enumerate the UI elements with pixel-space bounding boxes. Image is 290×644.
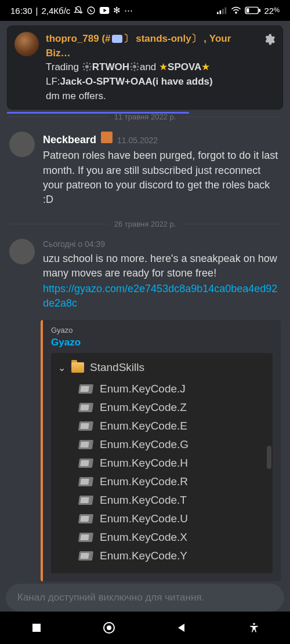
message-timestamp: 11.05.2022	[117, 135, 158, 147]
script-icon	[78, 533, 93, 542]
tree-item: Enum.KeyCode.T	[56, 491, 268, 510]
message[interactable]: Сьогодні о 04:39 uzu school is no more. …	[0, 237, 290, 315]
gear-icon[interactable]	[263, 33, 276, 50]
tree-item: Enum.KeyCode.X	[56, 528, 268, 547]
neckbeard-emoji-icon	[101, 132, 113, 143]
embed-title[interactable]: Gyazo	[51, 337, 273, 348]
banner-channel: (#〕 stands-only〕	[102, 33, 201, 44]
viber-icon	[86, 6, 96, 15]
nav-accessibility-button[interactable]	[246, 620, 262, 636]
script-icon	[78, 421, 93, 431]
status-right: 22%	[217, 6, 280, 16]
input-placeholder: Канал доступний виключно для читання.	[17, 592, 204, 603]
embed-card[interactable]: Gyazo Gyazo ⌄ StandSkills Enum.KeyCode.J…	[41, 320, 281, 581]
banner-avatar	[14, 32, 39, 56]
script-icon	[78, 459, 93, 468]
script-icon	[78, 551, 93, 561]
tree-folder-row: ⌄ StandSkills	[56, 359, 268, 380]
message-author[interactable]: Neckbeard	[43, 133, 96, 147]
banner-line-4: dm me offers.	[46, 89, 257, 104]
svg-rect-3	[219, 10, 221, 14]
scrollbar-thumb[interactable]	[267, 446, 271, 469]
tree-item: Enum.KeyCode.Y	[56, 547, 268, 565]
svg-rect-12	[32, 624, 41, 632]
script-icon	[78, 384, 93, 394]
script-icon	[78, 477, 93, 486]
tree-item: Enum.KeyCode.U	[56, 510, 268, 528]
script-icon	[78, 496, 93, 505]
svg-point-14	[107, 625, 111, 630]
tree-item: Enum.KeyCode.J	[56, 380, 268, 398]
signal-icon	[217, 6, 227, 14]
embed-image[interactable]: ⌄ StandSkills Enum.KeyCode.J Enum.KeyCod…	[51, 353, 273, 573]
embed-provider: Gyazo	[51, 326, 273, 334]
android-status-bar: 16:30 | 2,4Кб/с ✻ ⋯ 22%	[0, 0, 290, 21]
android-navbar	[0, 612, 290, 644]
nav-back-button[interactable]	[173, 620, 190, 636]
banner-author: thopro_789	[46, 33, 99, 44]
more-icon: ⋯	[124, 5, 133, 16]
avatar[interactable]	[9, 239, 35, 264]
date-divider: 26 травня 2022 р.	[9, 220, 281, 228]
reply-banner[interactable]: thopro_789 (#〕 stands-only〕 , Your Biz… …	[7, 26, 283, 110]
tree-item: Enum.KeyCode.Z	[56, 398, 268, 417]
tree-item: Enum.KeyCode.E	[56, 417, 268, 435]
avatar[interactable]	[9, 132, 35, 157]
status-left: 16:30 | 2,4Кб/с ✻ ⋯	[10, 5, 133, 16]
status-net-speed: 2,4Кб/с	[41, 6, 70, 16]
svg-point-6	[235, 12, 236, 13]
wifi-icon	[231, 6, 241, 14]
svg-rect-2	[217, 12, 219, 14]
svg-point-15	[253, 623, 255, 625]
gear-emoji-icon	[129, 61, 140, 72]
spark-icon: ✻	[113, 5, 121, 16]
tree-item: Enum.KeyCode.G	[56, 435, 268, 454]
script-icon	[78, 403, 93, 412]
tree-item: Enum.KeyCode.R	[56, 472, 268, 491]
message-input[interactable]: Канал доступний виключно для читання.	[6, 584, 284, 612]
chevron-down-icon: ⌄	[58, 362, 66, 373]
svg-point-10	[85, 65, 89, 68]
message[interactable]: Neckbeard 11.05.2022 Patreon roles have …	[0, 129, 290, 212]
star-icon: ★	[159, 61, 168, 72]
gear-emoji-icon	[82, 61, 92, 72]
banner-line-3: LF:Jack-O-SPTW+OAA(i have adds)	[46, 75, 257, 89]
svg-point-11	[133, 65, 136, 68]
bell-off-icon	[74, 6, 83, 15]
message-text: uzu school is no more. here's a sneakpea…	[43, 252, 281, 281]
battery-percent: 22%	[264, 6, 280, 16]
banner-line-2: Trading RTWOH and ★SPOVA★	[46, 60, 257, 75]
svg-rect-4	[222, 9, 224, 14]
youtube-icon	[99, 6, 110, 14]
script-icon	[78, 440, 93, 449]
message-input-area: Канал доступний виключно для читання.	[0, 584, 290, 612]
folder-icon	[71, 362, 84, 373]
tree-item: Enum.KeyCode.H	[56, 454, 268, 472]
svg-rect-8	[246, 8, 249, 12]
message-text: Patreon roles have been purged, forgot t…	[43, 148, 281, 207]
svg-rect-9	[259, 9, 260, 12]
battery-icon	[245, 6, 261, 14]
date-divider: 11 травня 2022 р.	[9, 112, 281, 121]
tree-folder-label: StandSkills	[90, 361, 144, 374]
svg-point-0	[88, 7, 95, 14]
star-icon: ★	[201, 61, 210, 72]
speech-icon	[112, 35, 122, 43]
status-time: 16:30	[10, 6, 32, 16]
message-link[interactable]: https://gyazo.com/e2e7453dc8a9b14ca0bea4…	[43, 283, 277, 309]
nav-recent-button[interactable]	[28, 620, 45, 636]
nav-home-button[interactable]	[101, 620, 117, 636]
message-timestamp: Сьогодні о 04:39	[43, 239, 105, 250]
svg-rect-5	[224, 8, 226, 14]
banner-progress	[7, 112, 283, 114]
script-icon	[78, 514, 93, 523]
